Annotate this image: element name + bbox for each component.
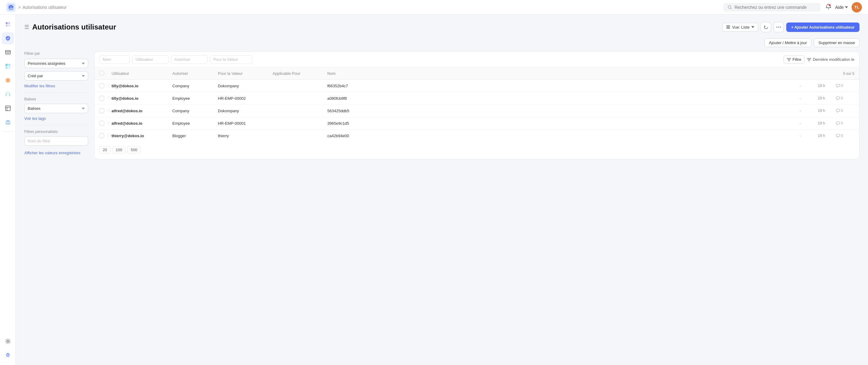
sidebar-bottom <box>2 335 14 361</box>
tags-section-title: Balises <box>24 97 88 101</box>
svg-rect-11 <box>8 66 10 69</box>
table-row: ♡ thierry@dokos.io Blogger thierry ca42b… <box>95 130 859 142</box>
sort-button[interactable]: Dernière modification le <box>807 57 854 62</box>
sidebar-item-rocket[interactable] <box>2 349 14 361</box>
add-authorization-button[interactable]: + Ajouter Autorisations utilisateur <box>786 23 860 32</box>
utilisateur-filter-input[interactable] <box>132 55 169 63</box>
sidebar-item-grid[interactable] <box>2 60 14 73</box>
table-filter-row: Filtre Dernière modification le <box>95 52 859 67</box>
favorite-icon[interactable]: ♡ <box>107 121 111 125</box>
table-rows-container: ♡ tilly@dokos.io Company Dokompany f6635… <box>95 80 859 142</box>
sidebar-item-hexagon[interactable] <box>2 74 14 86</box>
favorite-icon[interactable]: ♡ <box>107 133 111 138</box>
sidebar-item-shield[interactable] <box>2 32 14 45</box>
sidebar-item-headset[interactable] <box>2 88 14 101</box>
svg-rect-25 <box>836 122 840 124</box>
show-saved-link[interactable]: Afficher les valeurs enregistrées <box>24 150 88 155</box>
page-size-20[interactable]: 20 <box>99 146 110 153</box>
tags-filter[interactable]: Balises <box>24 104 88 113</box>
ellipsis-icon <box>776 26 781 28</box>
page-header: ☰ Autorisations utilisateur Vue: Liste +… <box>24 22 860 32</box>
header-checkbox[interactable] <box>99 71 104 76</box>
row-utilisateur: tilly@dokos.io <box>112 96 172 101</box>
aide-button[interactable]: Aide <box>835 5 848 10</box>
refresh-button[interactable] <box>761 22 771 32</box>
svg-rect-5 <box>6 25 8 26</box>
sidebar-item-inbox[interactable] <box>2 46 14 58</box>
breadcrumb: > Autorisations utilisateur <box>18 5 67 10</box>
row-time: 19 h <box>818 109 836 113</box>
search-bar[interactable] <box>723 3 820 11</box>
col-utilisateur: Utilisateur <box>112 71 172 76</box>
search-input[interactable] <box>735 5 816 10</box>
svg-rect-16 <box>726 26 730 26</box>
page-title-group: ☰ Autorisations utilisateur <box>24 23 116 31</box>
main-content: ☰ Autorisations utilisateur Vue: Liste +… <box>16 15 868 365</box>
bell-icon <box>826 4 832 10</box>
menu-icon[interactable]: ☰ <box>24 24 29 30</box>
add-button-label: + Ajouter Autorisations utilisateur <box>791 25 855 29</box>
assigned-people-filter[interactable]: Personnes assignées <box>24 59 88 68</box>
filter-button[interactable]: Filtre <box>783 55 805 63</box>
filter-label: Filtre <box>793 57 801 62</box>
svg-rect-6 <box>8 25 10 26</box>
more-options-button[interactable] <box>773 22 784 32</box>
svg-rect-8 <box>5 64 8 66</box>
comment-icon <box>836 109 840 113</box>
row-utilisateur: thierry@dokos.io <box>112 134 172 138</box>
row-checkbox[interactable] <box>99 83 104 88</box>
bulk-delete-button[interactable]: Supprimer en masse <box>814 38 860 47</box>
col-pour-la-valeur: Pour la Valeur <box>218 71 273 76</box>
row-comments: 0 <box>836 109 854 113</box>
filter-divider <box>24 92 88 93</box>
comment-icon <box>836 121 840 125</box>
svg-point-19 <box>777 27 777 28</box>
view-toggle-button[interactable]: Vue: Liste <box>722 23 758 32</box>
page-size-100[interactable]: 100 <box>112 146 126 153</box>
avatar[interactable]: TL <box>851 2 862 12</box>
row-checkbox[interactable] <box>99 96 104 101</box>
sidebar-item-stack[interactable] <box>2 116 14 129</box>
breadcrumb-separator: > <box>18 5 21 10</box>
row-checkbox[interactable] <box>99 121 104 125</box>
notifications-button[interactable] <box>826 4 832 11</box>
row-dash: - <box>800 109 818 113</box>
row-time: 19 h <box>818 84 836 88</box>
filter-name-input[interactable] <box>24 136 88 146</box>
row-nom: f66352b4c7 <box>327 84 800 88</box>
favorite-icon[interactable]: ♡ <box>107 108 111 113</box>
view-tags-link[interactable]: Voir les tags <box>24 116 88 121</box>
modify-filters-link[interactable]: Modifier les filtres <box>24 84 88 88</box>
row-pour-la-valeur: HR-EMP-00001 <box>218 121 273 125</box>
app-logo[interactable] <box>6 2 16 12</box>
svg-point-13 <box>6 120 10 122</box>
row-autoriser: Blogger <box>172 134 218 138</box>
favorite-icon[interactable]: ♡ <box>107 83 111 88</box>
page-size-500[interactable]: 500 <box>127 146 141 153</box>
sidebar-item-files[interactable] <box>2 18 14 30</box>
created-by-filter[interactable]: Créé par <box>24 71 88 81</box>
autoriser-filter-input[interactable] <box>171 55 208 63</box>
valeur-filter-input[interactable] <box>210 55 253 63</box>
nom-filter-input[interactable] <box>99 55 130 63</box>
row-checkbox[interactable] <box>99 108 104 113</box>
col-autoriser: Autoriser <box>172 71 218 76</box>
sidebar-item-table[interactable] <box>2 102 14 114</box>
row-pour-la-valeur: thierry <box>218 134 273 138</box>
select-all-checkbox[interactable] <box>99 71 112 76</box>
table-filter-actions: Filtre Dernière modification le <box>783 55 854 63</box>
favorite-icon[interactable]: ♡ <box>107 96 111 101</box>
svg-rect-22 <box>836 84 840 87</box>
add-update-button[interactable]: Ajouter / Mettre à jour <box>764 38 811 47</box>
chevron-down-icon <box>845 6 848 8</box>
row-autoriser: Employee <box>172 121 218 125</box>
topnav-actions: Aide TL <box>826 2 862 12</box>
filter-icon <box>787 58 791 61</box>
row-checkbox[interactable] <box>99 133 104 138</box>
sidebar-item-settings[interactable] <box>2 335 14 347</box>
table-row: ♡ alfred@dokos.io Company Dokompany 5634… <box>95 105 859 117</box>
table-panel: Filtre Dernière modification le Utilisat… <box>94 51 860 159</box>
row-autoriser: Company <box>172 84 218 88</box>
col-nom: Nom <box>327 71 800 76</box>
list-view-icon <box>726 25 730 29</box>
